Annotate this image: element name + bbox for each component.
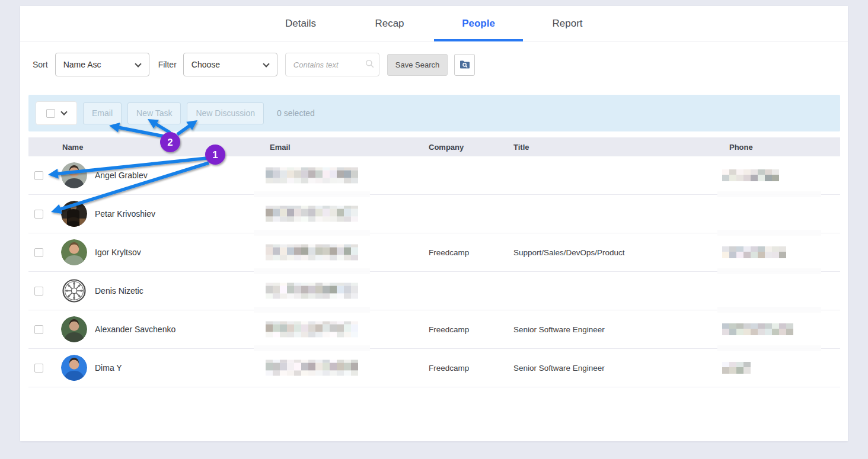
folder-search-icon	[459, 60, 470, 69]
content-card: DetailsRecapPeopleReport Sort Name Asc F…	[20, 6, 848, 441]
redacted-email	[266, 206, 358, 222]
person-name[interactable]: Angel Grablev	[95, 171, 148, 180]
redacted-email	[266, 283, 358, 299]
bulk-action-bar: EmailNew TaskNew Discussion 0 selected	[28, 95, 840, 131]
company-cell: Freedcamp	[420, 349, 505, 387]
table-row: Alexander Savchenko Freedcamp Senior Sof…	[28, 310, 840, 349]
table-row: Dima Y Freedcamp Senior Software Enginee…	[28, 349, 840, 387]
tab-details[interactable]: Details	[256, 6, 345, 41]
redacted-phone	[722, 169, 779, 181]
save-search-button[interactable]: Save Search	[387, 54, 448, 76]
title-cell: Senior Software Engineer	[505, 310, 709, 348]
table-row: Igor Kryltsov Freedcamp Support/Sales/De…	[28, 233, 840, 272]
row-checkbox[interactable]	[34, 287, 43, 296]
people-table: Name Email Company Title Phone Angel Gra…	[28, 137, 840, 387]
filter-label: Filter	[158, 60, 177, 69]
row-checkbox[interactable]	[34, 325, 43, 334]
company-cell	[420, 156, 505, 194]
tab-report[interactable]: Report	[523, 6, 612, 41]
sort-filter-toolbar: Sort Name Asc Filter Choose Save Search	[33, 53, 848, 76]
search-icon	[365, 59, 374, 68]
table-header: Name Email Company Title Phone	[28, 137, 840, 156]
redaction-blur	[254, 345, 370, 351]
sort-select[interactable]: Name Asc	[55, 53, 149, 76]
search-field-wrap	[285, 53, 379, 76]
column-header-name: Name	[54, 143, 257, 152]
title-cell	[505, 156, 709, 194]
chevron-down-icon[interactable]	[60, 108, 67, 115]
column-header-title: Title	[505, 143, 709, 152]
row-checkbox[interactable]	[34, 248, 43, 257]
redaction-blur	[717, 230, 821, 236]
redaction-blur	[254, 268, 370, 274]
table-row: Denis Nizetic	[28, 272, 840, 310]
person-name[interactable]: Igor Kryltsov	[95, 248, 141, 257]
row-checkbox[interactable]	[34, 364, 43, 373]
chevron-down-icon	[263, 60, 269, 67]
bulk-action-button[interactable]: New Discussion	[187, 102, 264, 124]
column-header-company: Company	[420, 143, 505, 152]
select-all-checkbox[interactable]	[46, 109, 55, 118]
avatar	[61, 278, 87, 304]
bulk-action-button[interactable]: New Task	[127, 102, 181, 124]
redacted-phone	[722, 323, 793, 335]
avatar	[61, 201, 87, 227]
people-page: DetailsRecapPeopleReport Sort Name Asc F…	[0, 0, 868, 459]
tab-recap[interactable]: Recap	[345, 6, 434, 41]
redacted-phone	[722, 246, 786, 258]
selected-count: 0 selected	[277, 108, 315, 118]
table-row: Angel Grablev	[28, 156, 840, 195]
person-name[interactable]: Alexander Savchenko	[95, 325, 175, 334]
sort-label: Sort	[33, 60, 48, 69]
redaction-blur	[717, 307, 821, 313]
column-header-email: Email	[257, 143, 420, 152]
bulk-action-button[interactable]: Email	[83, 102, 122, 124]
company-cell: Freedcamp	[420, 310, 505, 348]
redaction-blur	[717, 191, 821, 197]
person-name[interactable]: Dima Y	[95, 363, 122, 373]
redaction-blur	[254, 230, 370, 236]
tab-people[interactable]: People	[434, 6, 523, 41]
row-checkbox[interactable]	[34, 210, 43, 219]
avatar	[61, 239, 87, 265]
company-cell	[420, 195, 505, 233]
redacted-email	[266, 322, 358, 338]
avatar	[61, 162, 87, 188]
title-cell: Support/Sales/DevOps/Product	[505, 233, 709, 271]
filter-select[interactable]: Choose	[183, 53, 277, 76]
redaction-blur	[254, 191, 370, 197]
redacted-email	[266, 360, 358, 376]
title-cell	[505, 195, 709, 233]
company-cell	[420, 272, 505, 310]
chevron-down-icon	[135, 60, 141, 67]
company-cell: Freedcamp	[420, 233, 505, 271]
redaction-blur	[254, 307, 370, 313]
redaction-blur	[717, 345, 821, 351]
row-checkbox[interactable]	[34, 171, 43, 180]
tab-bar: DetailsRecapPeopleReport	[20, 6, 848, 41]
title-cell: Senior Software Engineer	[505, 349, 709, 387]
redacted-phone	[722, 362, 751, 374]
redacted-email	[266, 245, 358, 261]
avatar	[61, 355, 87, 381]
table-row: Petar Krivoshiev	[28, 195, 840, 233]
table-body: Angel Grablev	[28, 156, 840, 387]
person-name[interactable]: Denis Nizetic	[95, 286, 143, 296]
redaction-blur	[717, 268, 821, 274]
saved-searches-button[interactable]	[454, 54, 475, 76]
redacted-email	[266, 168, 358, 184]
select-all-control[interactable]	[36, 101, 77, 125]
column-header-phone: Phone	[709, 143, 840, 152]
avatar	[61, 316, 87, 342]
person-name[interactable]: Petar Krivoshiev	[95, 209, 155, 219]
title-cell	[505, 272, 709, 310]
